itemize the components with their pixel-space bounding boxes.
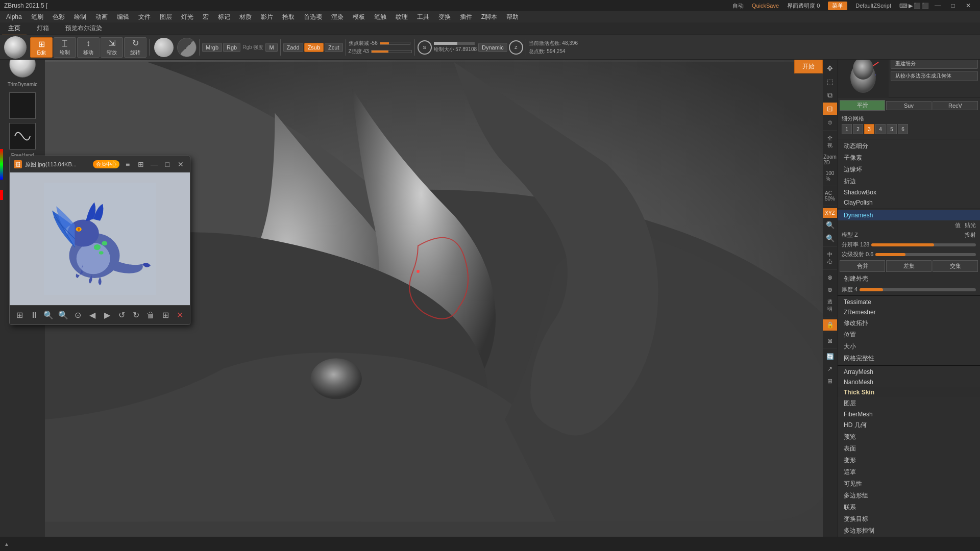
material-ball[interactable] [177,38,197,57]
menu-tool[interactable]: 工具 [413,12,433,22]
from-lower-btn[interactable]: 从较小多边形生成几何体 [891,71,978,81]
transform-target-item[interactable]: 变换目标 [838,513,980,525]
rotate-cw2-btn[interactable]: ↻ [131,309,142,321]
viewer-menu-btn[interactable]: ≡ [122,159,133,169]
tab-preview-bool[interactable]: 预览布尔渲染 [59,22,108,36]
z-intensity-slider[interactable] [371,50,412,53]
merge-btn[interactable]: 合并 [840,260,885,272]
hd-geo-item[interactable]: HD 几何 [838,419,980,431]
rgb-btn[interactable]: Rgb [223,43,240,52]
tab-home[interactable]: 主页 [2,22,27,36]
strip-btn-14[interactable]: ⊕ [823,284,837,295]
rebuild-subdiv-btn[interactable]: 重建细分 [891,59,978,69]
menu-movie[interactable]: 影片 [257,12,277,22]
dynamic-subdiv-item[interactable]: 动态细分 [838,140,980,152]
draw-size-slider[interactable] [434,42,475,45]
strip-btn-xyz[interactable]: XYZ [823,208,837,218]
draw-mode-btn[interactable]: ⌶ 绘制 [54,37,76,58]
zsub-btn[interactable]: Zsub [304,43,324,52]
rotate-ccw-btn[interactable]: ↺ [116,309,128,321]
vip-badge[interactable]: 会员中心 [93,160,119,168]
viewer-maximize-btn[interactable]: □ [162,159,173,169]
menu-file[interactable]: 文件 [134,12,155,22]
position-item[interactable]: 位置 [838,329,980,341]
mask-item[interactable]: 遮罩 [838,466,980,478]
arraymesh-item[interactable]: ArrayMesh [838,367,980,377]
resolution-slider[interactable] [871,243,976,246]
viewer-grid-btn[interactable]: ⊞ [136,159,146,169]
zoom-in-btn[interactable]: 🔍 [58,309,69,321]
brush-preview[interactable] [4,36,27,59]
menu-pickup[interactable]: 拾取 [278,12,299,22]
suv-btn[interactable]: Suv [886,101,932,110]
mesh-integrity-item[interactable]: 网格完整性 [838,353,980,364]
menu-alpha[interactable]: Alpha [2,12,26,21]
subdiv-level-3[interactable]: 3 [864,124,874,134]
maximize-button[interactable]: □ [945,0,961,11]
strip-btn-8[interactable]: Zoom2D [823,152,837,167]
zadd-btn[interactable]: Zadd [283,43,303,52]
menu-marker[interactable]: 标记 [214,12,234,22]
smooth-btn[interactable]: 平滑 [840,100,885,111]
draw-size-circle[interactable]: S [418,40,432,55]
strip-btn-11[interactable]: 🔍 [823,219,837,231]
menu-template[interactable]: 模板 [349,12,369,22]
menu-light[interactable]: 灯光 [177,12,198,22]
strip-btn-dynref[interactable]: 🔄 [823,351,837,362]
menu-texture[interactable]: 纹理 [391,12,412,22]
minimize-button[interactable]: — [930,0,945,11]
alpha-preview[interactable] [9,92,36,119]
shadowbox-item[interactable]: ShadowBox [838,187,980,197]
rotate-cw-btn[interactable]: ⊙ [72,309,84,321]
menu-zscript[interactable]: Z脚本 [477,12,501,22]
menu-draw[interactable]: 绘制 [70,12,90,22]
menu-stroke[interactable]: 笔触 [370,12,390,22]
strip-btn-camera[interactable]: 中心 [823,249,837,267]
modify-topology-item[interactable]: 修改拓扑 [838,317,980,329]
strip-btn-2[interactable]: ✥ [823,62,837,74]
strip-btn-5[interactable]: ⊡ [823,103,837,115]
menu-layer[interactable]: 图层 [156,12,176,22]
zoom-out-btn[interactable]: 🔍 [43,309,55,321]
color-sphere[interactable] [154,38,174,57]
menu-brush[interactable]: 笔刷 [27,12,47,22]
strip-btn-3[interactable]: ⬚ [823,76,837,88]
move-mode-btn[interactable]: ↕ 移动 [77,37,100,58]
subdiv-level-1[interactable]: 1 [842,124,852,134]
fibermesh-item[interactable]: FiberMesh [838,409,980,419]
prev-btn[interactable]: ◀ [87,309,99,321]
preview-item[interactable]: 预览 [838,431,980,443]
menu-material[interactable]: 材质 [235,12,256,22]
visibility-item[interactable]: 可见性 [838,478,980,490]
sub-projection-slider[interactable] [875,253,976,256]
strip-btn-13[interactable]: ⊗ [823,272,837,283]
recv-btn[interactable]: RecV [933,101,978,110]
rotate-mode-btn[interactable]: ↻ 旋转 [124,37,146,58]
m-btn[interactable]: M [265,43,277,52]
z-circle-indicator[interactable]: Z [509,40,523,55]
diff-btn[interactable]: 差集 [886,260,932,272]
scale-mode-btn[interactable]: ⇲ 缩放 [101,37,123,58]
menu-preferences[interactable]: 首选项 [300,12,326,22]
menu-macro[interactable]: 宏 [199,12,213,22]
contact-item[interactable]: 联系 [838,502,980,513]
strip-btn-4[interactable]: ⧉ [823,89,837,102]
menu-help[interactable]: 帮助 [502,12,523,22]
next-btn[interactable]: ▶ [101,309,113,321]
strip-btn-12[interactable]: 🔍 [823,232,837,244]
dynamesh-header[interactable]: Dynamesh [838,210,980,220]
zcut-btn[interactable]: Zcut [325,43,342,52]
tessimate-item[interactable]: Tessimate [838,297,980,307]
start-button[interactable]: 开始 [794,59,823,73]
poly-control-item[interactable]: 多边形控制 [838,525,980,537]
polygroup-item[interactable]: 多边形组 [838,490,980,502]
strip-btn-16[interactable]: ⊠ [823,335,837,346]
menu-color[interactable]: 色彩 [48,12,69,22]
zremesher-item[interactable]: ZRemesher [838,307,980,317]
create-outer-item[interactable]: 创建外壳 [838,273,980,285]
close-button[interactable]: ✕ [961,0,976,11]
strip-btn-lock[interactable]: 🔒 [823,319,837,331]
layers-item[interactable]: 图层 [838,397,980,409]
strip-btn-15[interactable]: 透明 [823,296,837,315]
subdiv-level-4[interactable]: 4 [875,124,886,134]
